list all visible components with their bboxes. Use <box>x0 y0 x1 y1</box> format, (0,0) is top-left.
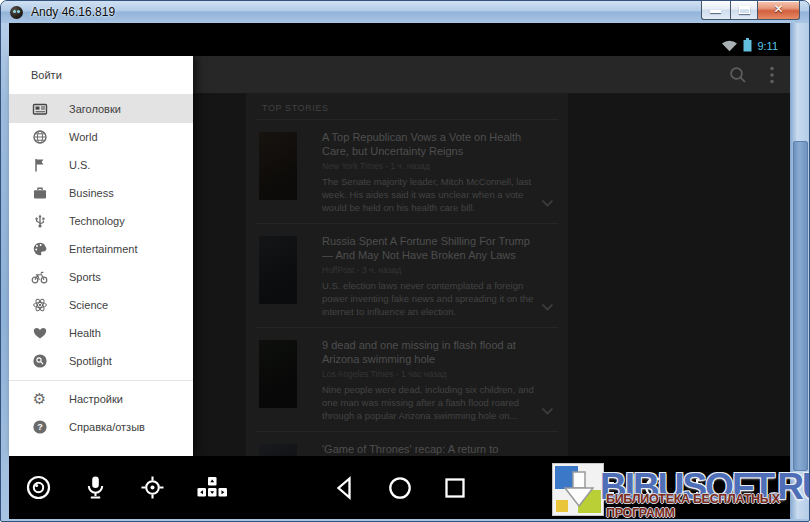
chevron-down-icon[interactable] <box>541 407 554 415</box>
window-controls: ✕ <box>701 1 800 20</box>
article-title: 9 dead and one missing in flash flood at… <box>322 338 540 366</box>
back-button[interactable] <box>331 474 359 502</box>
article-source: HuffPost - 3 ч. назад <box>322 265 540 275</box>
scrollbar-thumb[interactable] <box>793 141 808 471</box>
android-nav-bar <box>331 456 469 519</box>
drawer-header[interactable]: Войти <box>9 56 193 95</box>
arrow-keys-button[interactable] <box>196 476 228 499</box>
article-thumbnail <box>259 444 297 456</box>
drawer-item-label: Заголовки <box>69 103 121 115</box>
drawer-item-label: World <box>69 131 98 143</box>
drawer-item-label: Entertainment <box>69 243 137 255</box>
status-time: 9:11 <box>757 40 778 52</box>
section-title: TOP STORIES <box>262 103 558 113</box>
article-row[interactable]: 'Game of Thrones' recap: A return to 'Dr… <box>256 431 558 456</box>
heart-icon <box>31 325 48 342</box>
drawer-item-label: Sports <box>69 271 101 283</box>
drawer-item-technology[interactable]: Technology <box>9 207 193 235</box>
atom-icon <box>31 297 48 314</box>
drawer-item-science[interactable]: Science <box>9 291 193 319</box>
spotlight-icon <box>31 353 48 370</box>
briefcase-icon <box>31 185 48 202</box>
svg-text:?: ? <box>37 422 43 432</box>
article-snippet: The Senate majority leader, Mitch McConn… <box>322 175 540 214</box>
article-title: Russia Spent A Fortune Shilling For Trum… <box>322 234 540 262</box>
search-icon[interactable] <box>728 65 748 85</box>
drawer-item-world[interactable]: World <box>9 123 193 151</box>
andy-logo-icon <box>10 6 23 19</box>
article-snippet: U.S. election laws never contemplated a … <box>322 279 540 318</box>
navigation-drawer: Войти Заголовки World U.S. Business Tech… <box>9 56 193 456</box>
drawer-divider <box>9 380 193 381</box>
drawer-item-spotlight[interactable]: Spotlight <box>9 347 193 375</box>
minimize-button[interactable] <box>701 1 730 20</box>
article-row[interactable]: A Top Republican Vows a Vote on Health C… <box>256 119 558 223</box>
article-snippet: Nine people were dead, including six chi… <box>322 383 540 422</box>
microphone-button[interactable] <box>82 474 109 501</box>
drawer-item-label: Справка/отзыв <box>69 421 145 433</box>
location-button[interactable] <box>139 474 166 501</box>
chevron-down-icon[interactable] <box>541 303 554 311</box>
close-icon: ✕ <box>758 2 799 16</box>
bibusoft-logo-icon <box>552 463 604 516</box>
window-right-frame <box>790 23 810 519</box>
drawer-item-health[interactable]: Health <box>9 319 193 347</box>
minimize-icon <box>710 10 721 13</box>
globe-icon <box>31 129 48 146</box>
drawer-item-label: Spotlight <box>69 355 112 367</box>
chevron-down-icon[interactable] <box>541 199 554 207</box>
article-thumbnail <box>259 236 297 304</box>
drawer-item-help-feedback[interactable]: ? Справка/отзыв <box>9 413 193 441</box>
android-screen: 9:11 TOP STORIES A Top Republican Vows a… <box>9 23 790 519</box>
drawer-item-us[interactable]: U.S. <box>9 151 193 179</box>
drawer-item-entertainment[interactable]: Entertainment <box>9 235 193 263</box>
overflow-menu-icon[interactable] <box>770 66 774 84</box>
emulator-tools <box>25 456 228 519</box>
battery-icon <box>743 38 752 52</box>
gear-icon: ⚙ <box>31 391 48 408</box>
flag-icon <box>31 157 48 174</box>
news-card: TOP STORIES A Top Republican Vows a Vote… <box>246 93 568 456</box>
usb-icon <box>31 213 48 230</box>
bicycle-icon <box>31 269 48 286</box>
drawer-item-label: Health <box>69 327 101 339</box>
article-thumbnail <box>259 340 297 408</box>
article-source: New York Times - 1 ч. назад <box>322 161 540 171</box>
help-icon: ? <box>31 419 48 436</box>
camera-button[interactable] <box>25 474 52 501</box>
drawer-item-sports[interactable]: Sports <box>9 263 193 291</box>
drawer-item-label: Technology <box>69 215 125 227</box>
wifi-icon <box>721 39 738 52</box>
drawer-item-label: Business <box>69 187 114 199</box>
window-title: Andy 46.16.819 <box>31 5 115 19</box>
window-titlebar[interactable]: Andy 46.16.819 ✕ <box>1 1 809 23</box>
article-source: Los Angeles Times - 1 час назад <box>322 369 540 379</box>
sign-in-label: Войти <box>31 69 62 81</box>
maximize-button[interactable] <box>730 1 758 20</box>
article-row[interactable]: Russia Spent A Fortune Shilling For Trum… <box>256 223 558 327</box>
drawer-item-settings[interactable]: ⚙ Настройки <box>9 385 193 413</box>
android-status-bar: 9:11 <box>9 23 790 56</box>
newspaper-icon <box>31 101 48 118</box>
drawer-item-business[interactable]: Business <box>9 179 193 207</box>
drawer-item-label: Science <box>69 299 108 311</box>
maximize-icon <box>739 6 750 14</box>
recents-button[interactable] <box>441 474 469 502</box>
drawer-item-label: U.S. <box>69 159 90 171</box>
andy-emulator-window: Andy 46.16.819 ✕ 9:11 TOP STORIES <box>0 0 810 522</box>
article-title: 'Game of Thrones' recap: A return to 'Dr… <box>322 442 540 456</box>
bibusoft-watermark: BIBUSOFT.RU БИБЛИОТЕКА БЕСПЛАТНЫХ ПРОГРА… <box>544 459 809 521</box>
drawer-item-headlines[interactable]: Заголовки <box>9 95 193 123</box>
article-thumbnail <box>259 132 297 200</box>
close-button[interactable]: ✕ <box>758 1 800 20</box>
article-row[interactable]: 9 dead and one missing in flash flood at… <box>256 327 558 431</box>
drawer-item-label: Настройки <box>69 393 123 405</box>
home-button[interactable] <box>386 474 414 502</box>
watermark-subtitle: БИБЛИОТЕКА БЕСПЛАТНЫХ ПРОГРАММ <box>606 492 809 520</box>
article-title: A Top Republican Vows a Vote on Health C… <box>322 130 540 158</box>
palette-icon <box>31 241 48 258</box>
